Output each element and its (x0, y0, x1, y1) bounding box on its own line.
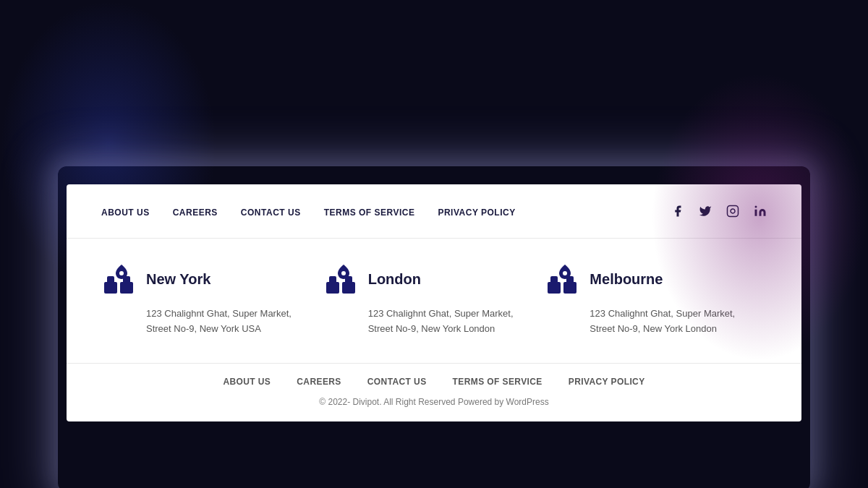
location-new-york-header: New York (101, 262, 323, 296)
footer-copyright: © 2022- Divipot. All Right Reserved Powe… (67, 397, 801, 421)
svg-rect-0 (728, 206, 739, 217)
bottom-nav-careers[interactable]: CAREERS (297, 377, 341, 387)
footer-locations: New York 123 Chalighnt Ghat, Super Marke… (67, 239, 801, 364)
new-york-city-label: New York (146, 271, 210, 288)
svg-point-7 (119, 271, 124, 275)
location-london-header: London (323, 262, 545, 296)
linkedin-icon[interactable] (754, 205, 767, 221)
nav-link-terms[interactable]: TERMS OF SERVICE (324, 207, 415, 218)
london-city-label: London (368, 271, 421, 288)
svg-rect-8 (326, 282, 339, 294)
svg-rect-3 (104, 282, 117, 294)
instagram-icon[interactable] (726, 205, 739, 221)
location-melbourne-header: Melbourne (545, 262, 767, 296)
new-york-address: 123 Chalighnt Ghat, Super Market, Street… (146, 307, 323, 337)
nav-link-careers[interactable]: CAREERS (173, 207, 218, 218)
bottom-nav-about-us[interactable]: ABOUT US (223, 377, 271, 387)
melbourne-address: 123 Chalighnt Ghat, Super Market, Street… (590, 307, 767, 337)
svg-rect-15 (563, 282, 576, 294)
svg-rect-14 (550, 276, 558, 283)
location-melbourne-icon (545, 262, 579, 296)
svg-point-17 (563, 271, 567, 275)
facebook-icon[interactable] (671, 205, 684, 221)
nav-link-about-us[interactable]: ABOUT US (101, 207, 150, 218)
nav-link-contact-us[interactable]: CONTACT US (241, 207, 301, 218)
location-new-york-icon (101, 262, 136, 296)
bottom-nav-terms[interactable]: TERMS OF SERVICE (453, 377, 542, 387)
london-address: 123 Chalighnt Ghat, Super Market, Street… (368, 307, 545, 337)
location-melbourne: Melbourne 123 Chalighnt Ghat, Super Mark… (545, 262, 767, 337)
svg-rect-10 (342, 282, 355, 294)
svg-point-2 (755, 206, 757, 208)
twitter-icon[interactable] (699, 205, 712, 221)
bottom-nav-contact-us[interactable]: CONTACT US (367, 377, 427, 387)
social-icons (671, 205, 767, 221)
location-london: London 123 Chalighnt Ghat, Super Market,… (323, 262, 545, 337)
footer-top-nav: ABOUT US CAREERS CONTACT US TERMS OF SER… (101, 207, 516, 218)
svg-point-12 (341, 271, 346, 275)
nav-link-privacy[interactable]: PRIVACY POLICY (438, 207, 515, 218)
bottom-nav-privacy[interactable]: PRIVACY POLICY (569, 377, 645, 387)
svg-rect-4 (107, 276, 114, 283)
footer-bottom-nav: ABOUT US CAREERS CONTACT US TERMS OF SER… (67, 364, 801, 397)
svg-rect-5 (120, 282, 133, 294)
footer-top: ABOUT US CAREERS CONTACT US TERMS OF SER… (67, 184, 801, 239)
location-london-icon (323, 262, 358, 296)
footer-card: ABOUT US CAREERS CONTACT US TERMS OF SER… (67, 184, 801, 421)
svg-rect-9 (329, 276, 336, 283)
melbourne-city-label: Melbourne (590, 271, 663, 288)
location-new-york: New York 123 Chalighnt Ghat, Super Marke… (101, 262, 323, 337)
svg-rect-13 (548, 282, 561, 294)
